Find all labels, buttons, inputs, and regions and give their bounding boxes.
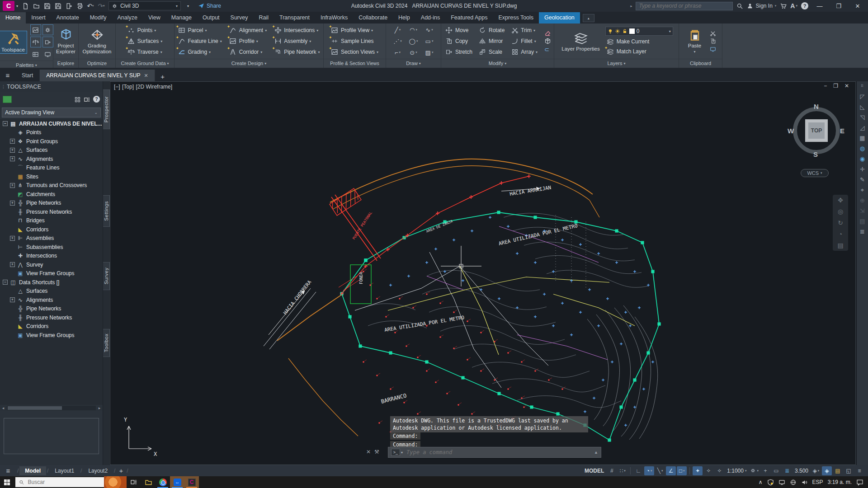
expand-icon[interactable]: + [10,183,15,188]
ribbon-tab-infraworks[interactable]: InfraWorks [315,12,353,23]
assembly-button[interactable]: ✦Assembly▾ [273,36,321,46]
viewport-close-icon[interactable]: ✕ [844,83,849,89]
layout2-tab[interactable]: Layout2 [83,466,113,475]
expand-icon[interactable]: + [10,201,15,206]
tree-item-turnouts-and-crossovers[interactable]: +⋔Turnouts and Crossovers [0,181,103,190]
cut-clip-icon[interactable] [710,30,716,37]
help-search-input[interactable] [639,3,730,9]
alignment-button[interactable]: ✦Alignment▾ [228,25,268,35]
surfaces-button[interactable]: ✦Surfaces▾ [126,36,164,46]
orbit-icon[interactable]: ↻ [838,219,843,226]
parcel-button[interactable]: ✦Parcel▾ [176,25,223,35]
panel-label-create-ground-data[interactable]: Create Ground Data [116,59,174,68]
layer-off-icon[interactable]: ◿ [860,125,865,131]
panel-label-layers[interactable]: Layers [554,59,679,68]
rail-grip-icon[interactable]: ⠿ [861,83,864,89]
file-tabs-menu-icon[interactable]: ≡ [0,69,15,81]
qat-customize-icon[interactable]: ▾ [183,1,193,11]
command-window-close-icon[interactable]: ✕ [366,449,371,455]
points-button[interactable]: ✦Points▾ [126,25,164,35]
array-button[interactable]: Array▾ [509,47,539,57]
toolspace-title-bar[interactable]: ⁞ TOOLSPACE [0,81,103,92]
layout-viewports-icon[interactable]: ▦ [859,135,865,141]
model-tab[interactable]: Model [19,466,46,475]
tree-item-feature-lines[interactable]: ⌒Feature Lines [0,164,103,173]
measure-tool-icon[interactable]: ⇲ [860,208,865,214]
ribbon-tab-survey[interactable]: Survey [225,12,254,23]
trim-button[interactable]: Trim▾ [509,25,539,35]
project-explorer-button[interactable]: Project Explorer [54,27,77,55]
annotation-autoscale-icon[interactable]: ✧ [703,466,713,475]
overkill-tool-icon[interactable]: ⊂ [544,46,551,53]
navigation-bar[interactable]: ✥ ◎ ↻ ◔ ▤ [833,195,848,251]
preview-toggle-icon[interactable] [84,96,90,103]
arc-tool-icon[interactable]: ◠▾ [406,24,421,35]
grading-optimization-button[interactable]: Grading Optimization [80,27,113,55]
viewport-view-control[interactable]: [Top] [122,84,134,90]
paste-special-icon[interactable] [710,46,716,52]
view-cube-north[interactable]: N [814,103,819,110]
layer-walk-icon[interactable]: ◸ [860,94,865,99]
profile-view-button[interactable]: ✦Profile View▾ [330,25,380,35]
annotation-visibility-icon[interactable]: ✦ [693,466,703,475]
scroll-right-icon[interactable]: ▸ [96,406,103,410]
help-search-box[interactable] [636,2,733,10]
tree-item-pressure-networks[interactable]: ╫Pressure Networks [0,313,103,322]
command-input[interactable] [406,449,594,455]
traverse-button[interactable]: ✦Traverse▾ [126,47,164,57]
panel-label-create-design[interactable]: Create Design [175,59,323,68]
help-icon[interactable]: ? [801,2,808,9]
ribbon-tab-view[interactable]: View [143,12,166,23]
zoom-extents-icon[interactable]: ◎ [838,208,843,215]
ribbon-tab-express-tools[interactable]: Express Tools [493,12,539,23]
layer-dropdown[interactable]: 0 ▾ [605,27,673,36]
crosshair-customize-icon[interactable]: + [760,466,770,475]
tree-item-sites[interactable]: ▦Sites [0,172,103,181]
toolspace-button[interactable]: Toolspace [0,31,27,53]
redo-icon[interactable]: ↷▾ [96,1,107,11]
command-line[interactable]: >_ ▾ ▲ [388,447,601,458]
ribbon-tab-geolocation[interactable]: Geolocation [539,12,580,23]
expand-icon[interactable]: + [10,148,15,153]
open-file-icon[interactable] [31,1,42,11]
drawing-canvas[interactable]: HACIA ARRAIJANAREA DE ZANJAAREA UTILIZAD… [110,82,856,465]
scroll-left-icon[interactable]: ◂ [0,406,6,410]
expand-icon[interactable]: + [10,139,15,144]
expand-icon[interactable]: + [10,236,15,241]
section-views-button[interactable]: ✦Section Views▾ [330,47,380,57]
tree-item-pipe-networks[interactable]: +╬Pipe Networks [0,199,103,208]
properties-palette-icon[interactable] [30,24,41,35]
intersections-button[interactable]: ✦Intersections▾ [273,25,321,35]
ribbon-display-toggle[interactable]: ▴ [583,14,594,22]
tree-item-arraijan-curvas-de-nivel[interactable]: −▤ARRAIJAN CURVAS DE NIVEL... [0,119,103,128]
taskbar-search-input[interactable] [28,479,100,485]
tree-item-catchments[interactable]: ◩Catchments [0,190,103,199]
view-cube-south[interactable]: S [813,150,818,158]
rectangle-tool-icon[interactable]: ▭▾ [422,36,437,47]
news-widget-icon[interactable] [104,476,127,488]
new-drawing-tab-button[interactable]: + [157,71,169,81]
snap-mode-icon[interactable]: ∷▾ [618,466,627,475]
tab-survey[interactable]: Survey [103,262,110,290]
network-globe-icon[interactable] [790,479,797,486]
make-current-button[interactable]: Make Current [605,38,673,46]
command-history-up-icon[interactable]: ▲ [594,450,598,455]
copy-clip-icon[interactable] [710,38,716,45]
scrollbar-thumb[interactable] [8,406,62,410]
tree-item-pipe-networks[interactable]: ╬Pipe Networks [0,305,103,314]
ucs-icon[interactable] [127,426,151,450]
teamviewer-button[interactable]: ⇔ [170,476,184,488]
share-button[interactable]: Share [198,3,221,9]
new-layout-button[interactable]: + [116,467,126,474]
line-tool-icon[interactable]: ╱▾ [390,24,406,35]
tree-item-view-frame-groups[interactable]: ▣View Frame Groups [0,269,103,278]
command-line-palette-icon[interactable] [42,49,53,60]
grading-button[interactable]: ✦Grading▾ [176,47,223,57]
markup-tool-icon[interactable]: ▤ [859,218,865,224]
sign-in-button[interactable]: Sign In ▾ [747,3,776,9]
file-tab-drawing[interactable]: ARRAIJAN CURVAS DE NIVEL Y SUP ✕ [40,70,155,81]
ribbon-tab-modify[interactable]: Modify [85,12,112,23]
command-window-customize-icon[interactable]: ⚒ [374,449,379,455]
file-tab-start[interactable]: Start [15,70,40,81]
sample-lines-button[interactable]: ✦Sample Lines [330,36,380,46]
